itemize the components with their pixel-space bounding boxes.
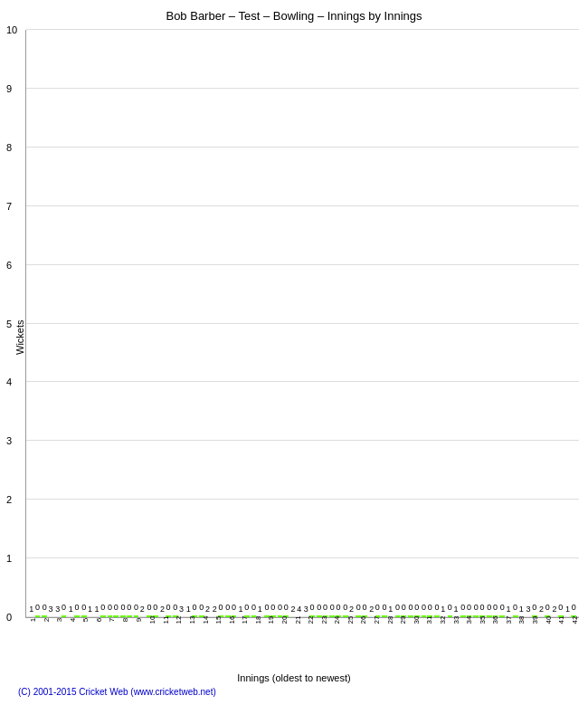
bar-value-label: 0 bbox=[270, 603, 275, 612]
bar-value-label: 0 bbox=[383, 603, 387, 612]
y-tick-label: 0 bbox=[6, 612, 12, 623]
bar-value-label: 0 bbox=[225, 603, 230, 612]
bar-value-label: 3 bbox=[526, 605, 531, 614]
bar-value-label: 1 bbox=[88, 605, 92, 614]
bar-value-label: 1 bbox=[29, 605, 33, 614]
bar-value-label: 2 bbox=[369, 605, 374, 614]
bar-value-label: 0 bbox=[428, 603, 432, 612]
bar-value-label: 1 bbox=[506, 605, 510, 614]
bar-value-label: 0 bbox=[134, 603, 138, 612]
x-label-group: 8 bbox=[118, 620, 131, 645]
grid-and-bars: 0123456789101003301001100000020020031002… bbox=[25, 30, 579, 618]
x-label-group: 5 bbox=[78, 620, 91, 645]
y-tick-label: 7 bbox=[6, 201, 12, 212]
bar-value-label: 0 bbox=[395, 603, 400, 612]
bar-value-label: 0 bbox=[173, 603, 177, 612]
bar-value-label: 0 bbox=[414, 603, 419, 612]
y-tick-label: 8 bbox=[6, 142, 12, 153]
bar-value-label: 0 bbox=[317, 603, 321, 612]
bar-value-label: 0 bbox=[43, 603, 47, 612]
x-label-group: 4 bbox=[65, 620, 79, 645]
bar-value-label: 0 bbox=[434, 603, 439, 612]
bar-value-label: 0 bbox=[479, 603, 484, 612]
y-tick-label: 2 bbox=[6, 494, 12, 505]
y-tick-label: 9 bbox=[6, 83, 12, 94]
y-tick-label: 4 bbox=[6, 376, 12, 387]
bar-value-label: 0 bbox=[199, 603, 204, 612]
bar-value-label: 0 bbox=[310, 603, 315, 612]
bar-value-label: 0 bbox=[545, 603, 550, 612]
bar-value-label: 0 bbox=[121, 603, 126, 612]
x-label-group: 9 bbox=[131, 620, 145, 645]
bar-value-label: 3 bbox=[179, 605, 184, 614]
bar-value-label: 0 bbox=[500, 603, 505, 612]
bar-value-label: 0 bbox=[487, 603, 491, 612]
bar-value-label: 0 bbox=[81, 603, 86, 612]
bar-value-label: 2 bbox=[349, 605, 354, 614]
bar-value-label: 0 bbox=[343, 603, 347, 612]
bar-value-label: 3 bbox=[55, 605, 60, 614]
bar-value-label: 1 bbox=[565, 605, 570, 614]
bar-value-label: 0 bbox=[493, 603, 498, 612]
bar-value-label: 0 bbox=[218, 603, 223, 612]
bar-value-label: 0 bbox=[474, 603, 479, 612]
x-axis-title: Innings (oldest to newest) bbox=[237, 672, 350, 683]
bar-value-label: 2 bbox=[539, 605, 544, 614]
x-label-group: 1 bbox=[25, 620, 39, 645]
bar-value-label: 0 bbox=[558, 603, 563, 612]
bar-value-label: 4 bbox=[297, 605, 301, 614]
bar-value-label: 0 bbox=[532, 603, 536, 612]
bar-value-label: 1 bbox=[95, 605, 100, 614]
bar-value-label: 0 bbox=[74, 603, 79, 612]
bar-value-label: 0 bbox=[251, 603, 256, 612]
bar-value-label: 0 bbox=[513, 603, 517, 612]
bar-value-label: 0 bbox=[244, 603, 249, 612]
bar-value-label: 0 bbox=[35, 603, 40, 612]
bar-value-label: 0 bbox=[114, 603, 119, 612]
bar-value-label: 0 bbox=[166, 603, 171, 612]
y-axis-label: Wickets bbox=[11, 30, 25, 645]
bar-value-label: 0 bbox=[278, 603, 282, 612]
bar-value-label: 0 bbox=[153, 603, 157, 612]
bar-value-label: 0 bbox=[232, 603, 236, 612]
y-tick-label: 6 bbox=[6, 260, 12, 271]
chart-area: Wickets 01234567891010033010011000000200… bbox=[9, 30, 579, 645]
bar-value-label: 0 bbox=[408, 603, 413, 612]
bar-value-label: 0 bbox=[356, 603, 361, 612]
y-tick-label: 3 bbox=[6, 435, 12, 446]
y-tick-label: 5 bbox=[6, 319, 12, 329]
chart-title: Bob Barber – Test – Bowling – Innings by… bbox=[166, 9, 422, 23]
bar-value-label: 1 bbox=[519, 605, 524, 614]
bar-value-label: 1 bbox=[441, 605, 445, 614]
x-label-group: 2 bbox=[39, 620, 52, 645]
bar-value-label: 0 bbox=[422, 603, 426, 612]
chart-container: Bob Barber – Test – Bowling – Innings by… bbox=[0, 0, 588, 724]
x-label-group: 6 bbox=[91, 620, 105, 645]
copyright: (C) 2001-2015 Cricket Web (www.cricketwe… bbox=[9, 687, 579, 697]
bar-value-label: 0 bbox=[284, 603, 289, 612]
bars-wrapper: 1003301001100000020020031002200010010000… bbox=[26, 30, 579, 617]
bar-value-label: 0 bbox=[193, 603, 197, 612]
bar-value-label: 0 bbox=[375, 603, 380, 612]
bar-value-label: 0 bbox=[467, 603, 471, 612]
bar-value-label: 0 bbox=[337, 603, 341, 612]
bar-value-label: 1 bbox=[239, 605, 243, 614]
y-tick-label: 1 bbox=[6, 553, 12, 564]
bar-value-label: 0 bbox=[100, 603, 105, 612]
bar-value-label: 0 bbox=[330, 603, 335, 612]
bar-value-label: 2 bbox=[160, 605, 165, 614]
bar-value-label: 2 bbox=[213, 605, 217, 614]
bar-value-label: 0 bbox=[108, 603, 112, 612]
y-tick-label: 10 bbox=[6, 24, 17, 35]
x-label bbox=[577, 619, 588, 622]
x-axis-labels: 1234567891011121314151617181920212223242… bbox=[25, 618, 579, 645]
bar-value-label: 3 bbox=[49, 605, 53, 614]
bar-value-label: 2 bbox=[290, 605, 295, 614]
bar-value-label: 1 bbox=[388, 605, 393, 614]
bar-value-label: 0 bbox=[147, 603, 151, 612]
bar-value-label: 0 bbox=[362, 603, 366, 612]
x-label-group: 7 bbox=[104, 620, 118, 645]
bar-value-label: 0 bbox=[62, 603, 66, 612]
bar-value-label: 1 bbox=[69, 605, 73, 614]
bar-value-label: 0 bbox=[265, 603, 270, 612]
